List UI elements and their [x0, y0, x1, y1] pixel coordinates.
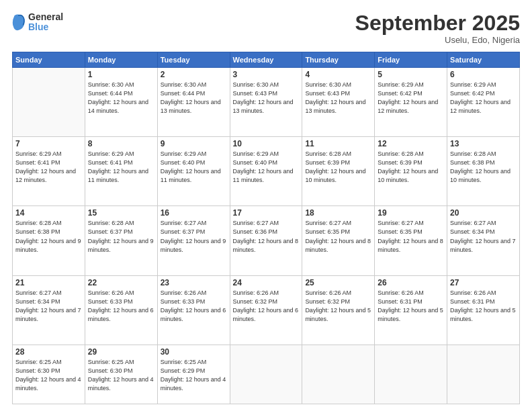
calendar-cell: 5Sunrise: 6:29 AMSunset: 6:42 PMDaylight… [375, 68, 447, 137]
day-info: Sunrise: 6:30 AMSunset: 6:43 PMDaylight:… [233, 81, 300, 116]
calendar-cell: 9Sunrise: 6:29 AMSunset: 6:40 PMDaylight… [157, 137, 230, 206]
calendar-cell: 8Sunrise: 6:29 AMSunset: 6:41 PMDaylight… [85, 137, 157, 206]
day-info: Sunrise: 6:26 AMSunset: 6:32 PMDaylight:… [233, 289, 300, 324]
calendar-cell: 7Sunrise: 6:29 AMSunset: 6:41 PMDaylight… [13, 137, 85, 206]
day-info: Sunrise: 6:30 AMSunset: 6:43 PMDaylight:… [305, 81, 371, 116]
calendar-cell: 10Sunrise: 6:29 AMSunset: 6:40 PMDayligh… [230, 137, 302, 206]
title-block: September 2025 Uselu, Edo, Nigeria [355, 12, 520, 45]
day-info: Sunrise: 6:28 AMSunset: 6:38 PMDaylight:… [450, 150, 517, 185]
week-row-5: 28Sunrise: 6:25 AMSunset: 6:30 PMDayligh… [13, 345, 520, 404]
day-number: 19 [378, 208, 444, 218]
calendar-cell: 13Sunrise: 6:28 AMSunset: 6:38 PMDayligh… [447, 137, 520, 206]
calendar-cell: 24Sunrise: 6:26 AMSunset: 6:32 PMDayligh… [230, 275, 302, 345]
day-number: 11 [305, 139, 371, 148]
calendar-cell: 20Sunrise: 6:27 AMSunset: 6:34 PMDayligh… [447, 206, 520, 275]
day-info: Sunrise: 6:29 AMSunset: 6:41 PMDaylight:… [15, 150, 82, 185]
page: General Blue September 2025 Uselu, Edo, … [0, 0, 532, 411]
day-number: 7 [15, 139, 82, 148]
day-info: Sunrise: 6:29 AMSunset: 6:42 PMDaylight:… [378, 81, 444, 116]
calendar-cell: 22Sunrise: 6:26 AMSunset: 6:33 PMDayligh… [85, 275, 157, 345]
calendar-cell: 27Sunrise: 6:26 AMSunset: 6:31 PMDayligh… [447, 275, 520, 345]
day-number: 1 [88, 70, 154, 79]
calendar-cell: 19Sunrise: 6:27 AMSunset: 6:35 PMDayligh… [375, 206, 447, 275]
day-info: Sunrise: 6:28 AMSunset: 6:38 PMDaylight:… [15, 219, 82, 254]
header: General Blue September 2025 Uselu, Edo, … [12, 12, 520, 45]
week-row-2: 7Sunrise: 6:29 AMSunset: 6:41 PMDaylight… [13, 137, 520, 206]
calendar-cell: 28Sunrise: 6:25 AMSunset: 6:30 PMDayligh… [13, 345, 85, 404]
day-number: 30 [161, 347, 227, 357]
calendar-cell: 12Sunrise: 6:28 AMSunset: 6:39 PMDayligh… [375, 137, 447, 206]
weekday-header-wednesday: Wednesday [230, 52, 302, 68]
day-info: Sunrise: 6:27 AMSunset: 6:34 PMDaylight:… [15, 289, 82, 324]
calendar-table: SundayMondayTuesdayWednesdayThursdayFrid… [12, 52, 520, 404]
logo: General Blue [12, 12, 63, 33]
day-number: 23 [161, 278, 227, 287]
day-number: 3 [233, 70, 300, 79]
day-number: 9 [161, 139, 227, 148]
day-info: Sunrise: 6:27 AMSunset: 6:37 PMDaylight:… [161, 219, 227, 254]
day-number: 20 [450, 208, 517, 218]
day-info: Sunrise: 6:25 AMSunset: 6:30 PMDaylight:… [88, 358, 154, 393]
day-number: 18 [305, 208, 371, 218]
day-number: 28 [15, 347, 82, 357]
calendar-cell: 18Sunrise: 6:27 AMSunset: 6:35 PMDayligh… [302, 206, 375, 275]
day-number: 6 [450, 70, 517, 79]
day-info: Sunrise: 6:27 AMSunset: 6:36 PMDaylight:… [233, 219, 300, 254]
day-info: Sunrise: 6:30 AMSunset: 6:44 PMDaylight:… [161, 81, 227, 116]
logo-line2: Blue [28, 22, 63, 32]
day-number: 10 [233, 139, 300, 148]
day-info: Sunrise: 6:26 AMSunset: 6:31 PMDaylight:… [450, 289, 517, 324]
day-info: Sunrise: 6:30 AMSunset: 6:44 PMDaylight:… [88, 81, 154, 116]
day-number: 22 [88, 278, 154, 287]
day-info: Sunrise: 6:25 AMSunset: 6:30 PMDaylight:… [15, 358, 82, 393]
day-number: 2 [161, 70, 227, 79]
day-info: Sunrise: 6:27 AMSunset: 6:35 PMDaylight:… [305, 219, 371, 254]
day-info: Sunrise: 6:26 AMSunset: 6:33 PMDaylight:… [161, 289, 227, 324]
calendar-cell: 3Sunrise: 6:30 AMSunset: 6:43 PMDaylight… [230, 68, 302, 137]
calendar-cell: 4Sunrise: 6:30 AMSunset: 6:43 PMDaylight… [302, 68, 375, 137]
month-title: September 2025 [355, 12, 520, 34]
calendar-cell [230, 345, 302, 404]
day-info: Sunrise: 6:27 AMSunset: 6:34 PMDaylight:… [450, 219, 517, 254]
calendar-cell: 2Sunrise: 6:30 AMSunset: 6:44 PMDaylight… [157, 68, 230, 137]
weekday-header-monday: Monday [85, 52, 157, 68]
calendar-cell: 26Sunrise: 6:26 AMSunset: 6:31 PMDayligh… [375, 275, 447, 345]
logo-text: General Blue [28, 12, 63, 33]
day-info: Sunrise: 6:27 AMSunset: 6:35 PMDaylight:… [378, 219, 444, 254]
day-info: Sunrise: 6:26 AMSunset: 6:33 PMDaylight:… [88, 289, 154, 324]
day-info: Sunrise: 6:26 AMSunset: 6:31 PMDaylight:… [378, 289, 444, 324]
calendar-cell: 17Sunrise: 6:27 AMSunset: 6:36 PMDayligh… [230, 206, 302, 275]
day-info: Sunrise: 6:28 AMSunset: 6:37 PMDaylight:… [88, 219, 154, 254]
logo-icon [12, 13, 26, 32]
day-number: 29 [88, 347, 154, 357]
day-number: 26 [378, 278, 444, 287]
calendar-cell [375, 345, 447, 404]
calendar-cell: 16Sunrise: 6:27 AMSunset: 6:37 PMDayligh… [157, 206, 230, 275]
day-number: 15 [88, 208, 154, 218]
logo-line1: General [28, 12, 63, 22]
day-number: 12 [378, 139, 444, 148]
location: Uselu, Edo, Nigeria [355, 35, 520, 45]
day-info: Sunrise: 6:26 AMSunset: 6:32 PMDaylight:… [305, 289, 371, 324]
day-info: Sunrise: 6:29 AMSunset: 6:41 PMDaylight:… [88, 150, 154, 185]
calendar-cell: 6Sunrise: 6:29 AMSunset: 6:42 PMDaylight… [447, 68, 520, 137]
calendar-cell: 30Sunrise: 6:25 AMSunset: 6:29 PMDayligh… [157, 345, 230, 404]
day-number: 21 [15, 278, 82, 287]
day-number: 8 [88, 139, 154, 148]
calendar-cell: 21Sunrise: 6:27 AMSunset: 6:34 PMDayligh… [13, 275, 85, 345]
day-info: Sunrise: 6:29 AMSunset: 6:40 PMDaylight:… [161, 150, 227, 185]
calendar-cell: 29Sunrise: 6:25 AMSunset: 6:30 PMDayligh… [85, 345, 157, 404]
week-row-3: 14Sunrise: 6:28 AMSunset: 6:38 PMDayligh… [13, 206, 520, 275]
calendar-cell [13, 68, 85, 137]
weekday-header-sunday: Sunday [13, 52, 85, 68]
day-number: 14 [15, 208, 82, 218]
week-row-1: 1Sunrise: 6:30 AMSunset: 6:44 PMDaylight… [13, 68, 520, 137]
calendar-cell: 11Sunrise: 6:28 AMSunset: 6:39 PMDayligh… [302, 137, 375, 206]
day-info: Sunrise: 6:28 AMSunset: 6:39 PMDaylight:… [305, 150, 371, 185]
day-info: Sunrise: 6:28 AMSunset: 6:39 PMDaylight:… [378, 150, 444, 185]
calendar-cell: 25Sunrise: 6:26 AMSunset: 6:32 PMDayligh… [302, 275, 375, 345]
day-info: Sunrise: 6:29 AMSunset: 6:40 PMDaylight:… [233, 150, 300, 185]
weekday-header-friday: Friday [375, 52, 447, 68]
day-number: 24 [233, 278, 300, 287]
day-info: Sunrise: 6:25 AMSunset: 6:29 PMDaylight:… [161, 358, 227, 393]
